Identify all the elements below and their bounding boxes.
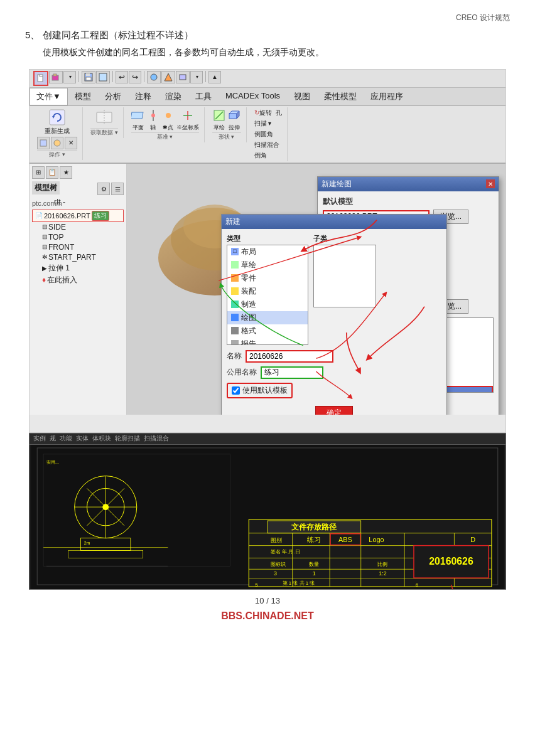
redo-btn[interactable]: ↪	[129, 71, 141, 83]
new-btn[interactable]	[33, 71, 48, 86]
save2-btn[interactable]	[96, 71, 110, 83]
svg-rect-4	[53, 74, 57, 76]
sidebar-settings-btn[interactable]: ⚙	[97, 183, 110, 195]
svg-text:3: 3	[274, 570, 277, 577]
tree-item-insert-here[interactable]: ♦ 在此插入	[40, 274, 124, 286]
tool2-btn[interactable]	[161, 71, 175, 83]
sketch-btn[interactable]: 草绘	[212, 109, 226, 132]
arrow-up-btn[interactable]: ▲	[208, 71, 221, 83]
type-list[interactable]: □布局 草绘 零件 装配	[227, 245, 308, 345]
model-tree: 📄 20160626.PRT 练习 ⊟ SIDE ⊟ TOP	[32, 210, 124, 286]
menu-flexible[interactable]: 柔性模型	[317, 88, 364, 105]
tree-item-side[interactable]: ⊟ SIDE	[40, 222, 124, 232]
axis-btn[interactable]: 轴	[146, 109, 160, 132]
type-assembly[interactable]: 装配	[227, 285, 308, 298]
technical-drawing-svg: 2m 实用... 文件存放路径	[30, 445, 505, 589]
sidebar-btn2[interactable]: 📋	[46, 166, 58, 179]
new-file-title: 新建	[225, 216, 240, 227]
extrude-btn[interactable]: 拉伸	[227, 109, 241, 132]
menu-annotation[interactable]: 注释	[128, 88, 158, 105]
draw-tool-7[interactable]: 扫描混合	[144, 434, 169, 443]
new-file-titlebar: 新建	[222, 215, 446, 229]
plane-btn[interactable]: 平面	[131, 109, 145, 132]
sep1	[78, 71, 79, 82]
report-icon	[231, 340, 239, 345]
svg-rect-18	[131, 112, 143, 119]
menu-model[interactable]: 模型	[68, 88, 98, 105]
menu-apps[interactable]: 应用程序	[364, 88, 410, 105]
draw-tool-6[interactable]: 轮廓扫描	[115, 434, 140, 443]
file-menu-btn[interactable]	[63, 71, 76, 83]
type-layout[interactable]: □布局	[227, 245, 308, 258]
svg-text:1: 1	[313, 570, 316, 577]
point-btn[interactable]: ✱点	[161, 109, 175, 132]
tree-item-0[interactable]: 📄 20160626.PRT 练习	[32, 210, 124, 222]
tree-item-extrude1[interactable]: ▶ 拉伸 1	[40, 262, 124, 274]
chamfer-btn[interactable]: 倒角	[254, 151, 267, 160]
type-sketch[interactable]: 草绘	[227, 258, 308, 272]
sep3	[144, 71, 144, 82]
header-title: CREO 设计规范	[25, 13, 510, 23]
op-btn1[interactable]	[37, 137, 50, 149]
sidebar-btn3[interactable]: ★	[60, 166, 72, 179]
menu-render[interactable]: 渲染	[158, 88, 188, 105]
undo-btn[interactable]: ↩	[116, 71, 128, 83]
draw-tool-3[interactable]: 功能	[60, 434, 72, 443]
ribbon-group-shape-title: 形状 ▾	[212, 132, 241, 141]
menu-tools[interactable]: 工具	[188, 88, 219, 105]
name-input[interactable]	[246, 350, 333, 363]
sidebar-btn1[interactable]: ⊞	[32, 166, 45, 179]
tree-item-top[interactable]: ⊟ TOP	[40, 232, 124, 242]
type-section: 类型 □布局 草绘 零件	[227, 234, 308, 345]
save-btn[interactable]	[82, 71, 95, 83]
regenerate-btn[interactable]: 重新生成	[45, 109, 70, 136]
toolbar-menu-btn[interactable]	[190, 71, 203, 83]
footer-link[interactable]: BBS.CHINADE.NET	[25, 610, 510, 622]
ribbon-group-more: ↻旋转 孔 扫描 ▾ 倒圆角 扫描混合 倒角	[249, 107, 288, 161]
draw-tool-5[interactable]: 体积块	[92, 434, 111, 443]
use-template-cb-label: 使用默认模板	[242, 385, 288, 396]
draw-tool-2[interactable]: 规	[50, 434, 56, 443]
open-btn[interactable]	[49, 71, 63, 83]
common-name-row: 公用名称	[227, 366, 441, 379]
subtype-list[interactable]	[313, 245, 376, 307]
menu-file[interactable]: 文件▼	[30, 88, 68, 105]
get-data-btn[interactable]	[95, 109, 113, 127]
svg-text:D: D	[470, 535, 475, 543]
type-drawing[interactable]: 绘图	[227, 311, 308, 324]
op-btn3[interactable]: ✕	[65, 137, 77, 149]
sidebar-expand-btn[interactable]: ☰	[111, 183, 124, 195]
tree-item-extrude1-label: 拉伸 1	[48, 263, 70, 274]
common-name-input[interactable]	[261, 366, 323, 379]
practice-tag-0: 练习	[92, 211, 109, 221]
sweep-blend-btn[interactable]: 扫描混合	[254, 141, 279, 149]
op-btn2[interactable]	[51, 137, 63, 149]
tree-item-insert-label: 在此插入	[47, 275, 77, 285]
menu-analysis[interactable]: 分析	[98, 88, 128, 105]
new-drawing-close-btn[interactable]: ✕	[486, 179, 495, 188]
draw-tool-4[interactable]: 实体	[76, 434, 89, 443]
draw-tool-1[interactable]: 实例	[33, 434, 46, 443]
type-part[interactable]: 零件	[227, 272, 308, 285]
menu-mcadex[interactable]: MCADEx Tools	[219, 88, 287, 105]
sweep-btn[interactable]: 扫描 ▾	[254, 119, 272, 128]
type-format[interactable]: 格式	[227, 324, 308, 338]
tool1-btn[interactable]	[147, 71, 161, 83]
svg-text:Logo: Logo	[369, 535, 384, 543]
rotate-btn[interactable]: ↻旋转	[254, 109, 272, 117]
ribbon-group-data-title: 获取数据 ▾	[90, 128, 118, 137]
menu-view[interactable]: 视图	[287, 88, 317, 105]
type-manufacture[interactable]: 制造	[227, 298, 308, 311]
tree-item-startpart[interactable]: ✻ START_PART	[40, 252, 124, 262]
hole-btn[interactable]: 孔	[276, 109, 282, 117]
type-report[interactable]: 报告	[227, 338, 308, 345]
coord-btn[interactable]: ※坐标系	[176, 109, 199, 132]
tree-item-front[interactable]: ⊟ FRONT	[40, 242, 124, 252]
tool3-btn[interactable]	[176, 71, 190, 83]
svg-point-9	[151, 74, 157, 80]
new-file-ok-btn[interactable]: 确定	[315, 406, 353, 415]
round-btn[interactable]: 倒圆角	[254, 130, 273, 139]
use-template-cb[interactable]	[232, 386, 240, 395]
svg-text:图别: 图别	[271, 536, 282, 543]
svg-text:签名  年.月.日: 签名 年.月.日	[271, 549, 300, 555]
